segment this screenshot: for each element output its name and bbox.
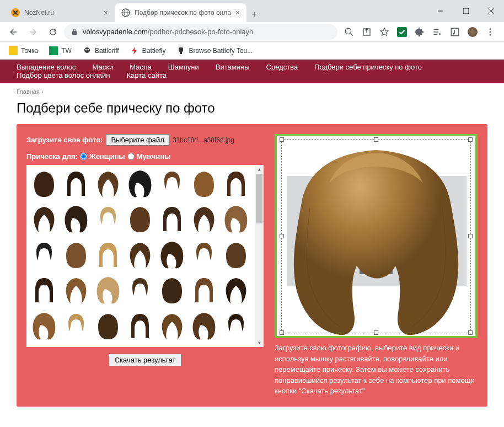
resize-handle-s[interactable] [374, 330, 378, 335]
share-icon[interactable] [362, 27, 372, 37]
bookmark-battlefy[interactable]: Browse Battlefy Tou... [172, 43, 257, 58]
hairstyle-thumb[interactable] [61, 167, 92, 200]
gender-male-radio[interactable] [127, 153, 135, 160]
nav-link[interactable]: Подбери себе прическу по фото [314, 63, 422, 71]
hairstyle-thumb[interactable] [189, 167, 219, 200]
hairstyle-thumb[interactable] [61, 274, 92, 307]
breadcrumb-home[interactable]: Главная [17, 88, 40, 95]
scroll-down-icon[interactable]: ▾ [255, 338, 264, 347]
reload-button[interactable] [44, 23, 62, 41]
search-icon[interactable] [344, 27, 354, 37]
hairstyle-thumb[interactable] [29, 238, 60, 271]
hairstyle-thumb[interactable] [221, 167, 251, 200]
playlist-icon[interactable] [432, 27, 442, 37]
hairstyle-thumb[interactable] [157, 238, 187, 271]
resize-handle-n[interactable] [374, 137, 378, 142]
nav-link[interactable]: Карта сайта [127, 71, 167, 79]
bookmarks-bar: Точка TW Battleriff Battlefly Browse Bat… [0, 42, 504, 60]
hairstyle-thumb[interactable] [157, 167, 187, 200]
extension-icon[interactable] [415, 27, 425, 37]
maximize-button[interactable] [453, 2, 479, 20]
forward-button[interactable] [24, 23, 42, 41]
nav-link[interactable]: Выпадение волос [17, 63, 76, 71]
hairstyle-thumb[interactable] [125, 309, 156, 343]
download-result-button[interactable]: Скачать результат [109, 354, 182, 366]
svg-rect-5 [463, 8, 469, 14]
resize-handle-se[interactable] [468, 330, 473, 335]
hairstyle-thumb[interactable] [29, 202, 60, 236]
hairstyle-thumb[interactable] [221, 274, 251, 307]
hairstyle-thumb[interactable] [125, 238, 156, 271]
hairstyle-thumb[interactable] [125, 202, 156, 236]
hairstyle-thumb[interactable] [221, 309, 251, 343]
star-icon[interactable] [379, 27, 389, 37]
hairstyle-thumb[interactable] [157, 202, 187, 236]
hairstyle-thumb[interactable] [29, 167, 60, 200]
gender-male-label[interactable]: Мужчины [137, 152, 171, 161]
music-icon[interactable] [450, 27, 460, 37]
svg-rect-21 [9, 46, 18, 55]
bookmark-battleriff[interactable]: Battleriff [78, 43, 124, 58]
hairstyle-thumb[interactable] [93, 238, 124, 271]
hairstyle-thumb[interactable] [93, 309, 124, 343]
preview-box[interactable] [275, 134, 478, 338]
hairstyle-thumb[interactable] [189, 202, 219, 236]
svg-point-8 [345, 28, 351, 34]
hairstyle-thumb[interactable] [93, 167, 124, 200]
url-input[interactable]: volosvypadenie.com/podbor-prichesok-po-f… [64, 24, 337, 40]
resize-handle-w[interactable] [280, 234, 284, 238]
nav-link[interactable]: Витамины [216, 63, 250, 71]
svg-rect-22 [49, 46, 58, 55]
tab-noznet[interactable]: NozNet.ru × [4, 3, 115, 22]
menu-icon[interactable] [485, 27, 495, 37]
gallery-scrollbar[interactable]: ▴ ▾ [255, 165, 264, 347]
hairstyle-thumb[interactable] [61, 238, 92, 271]
close-icon[interactable]: × [104, 8, 108, 17]
hairstyle-thumb[interactable] [93, 202, 124, 236]
toolbar-icons [340, 27, 500, 37]
hairstyle-thumb[interactable] [221, 238, 251, 271]
hairstyle-thumb[interactable] [189, 238, 219, 271]
hairstyle-thumb[interactable] [157, 274, 187, 307]
hairstyle-thumb[interactable] [29, 309, 60, 343]
resize-handle-nw[interactable] [280, 137, 284, 142]
nav-link[interactable]: Шампуни [168, 63, 199, 71]
close-icon[interactable]: × [235, 8, 240, 17]
resize-handle-sw[interactable] [280, 330, 284, 335]
adblock-icon[interactable] [397, 27, 407, 37]
choose-file-button[interactable]: Выберите файл [106, 134, 169, 146]
scroll-thumb[interactable] [256, 174, 262, 223]
hairstyle-thumb[interactable] [221, 202, 251, 236]
gender-female-radio[interactable] [80, 153, 87, 160]
hairstyle-thumb[interactable] [61, 202, 92, 236]
hairstyle-thumb[interactable] [125, 167, 156, 200]
hairstyle-thumb[interactable] [125, 274, 156, 307]
close-window-button[interactable] [479, 2, 504, 20]
hairstyle-thumb[interactable] [157, 309, 187, 343]
hairstyle-gallery: ▴ ▾ [26, 165, 264, 347]
profile-avatar[interactable] [468, 27, 478, 37]
new-tab-button[interactable]: + [246, 7, 262, 22]
tab-hairstyle[interactable]: Подбор причесок по фото онла × [115, 3, 246, 22]
back-button[interactable] [4, 23, 22, 41]
scroll-up-icon[interactable]: ▴ [255, 165, 264, 174]
hairstyle-thumb[interactable] [29, 274, 60, 307]
hairstyle-thumb[interactable] [61, 309, 92, 343]
nav-link[interactable]: Маски [93, 63, 114, 71]
resize-handle-e[interactable] [468, 234, 473, 238]
svg-point-24 [85, 49, 87, 50]
nav-link[interactable]: Средства [266, 63, 298, 71]
nav-link[interactable]: Подбор цвета волос онлайн [17, 71, 110, 79]
nav-link[interactable]: Масла [130, 63, 152, 71]
bookmark-tochka[interactable]: Точка [4, 43, 42, 58]
bookmark-tw[interactable]: TW [45, 43, 76, 58]
hairstyle-thumb[interactable] [189, 309, 219, 343]
hairstyle-thumb[interactable] [93, 274, 124, 307]
bookmark-battlefly[interactable]: Battlefly [126, 43, 170, 58]
minimize-button[interactable] [428, 2, 453, 20]
instructions-text: Загрузите свою фотографию, выберите вид … [275, 343, 478, 397]
selection-box[interactable] [281, 139, 471, 333]
resize-handle-ne[interactable] [468, 137, 473, 142]
hairstyle-thumb[interactable] [189, 274, 219, 307]
gender-female-label[interactable]: Женщины [89, 152, 125, 161]
